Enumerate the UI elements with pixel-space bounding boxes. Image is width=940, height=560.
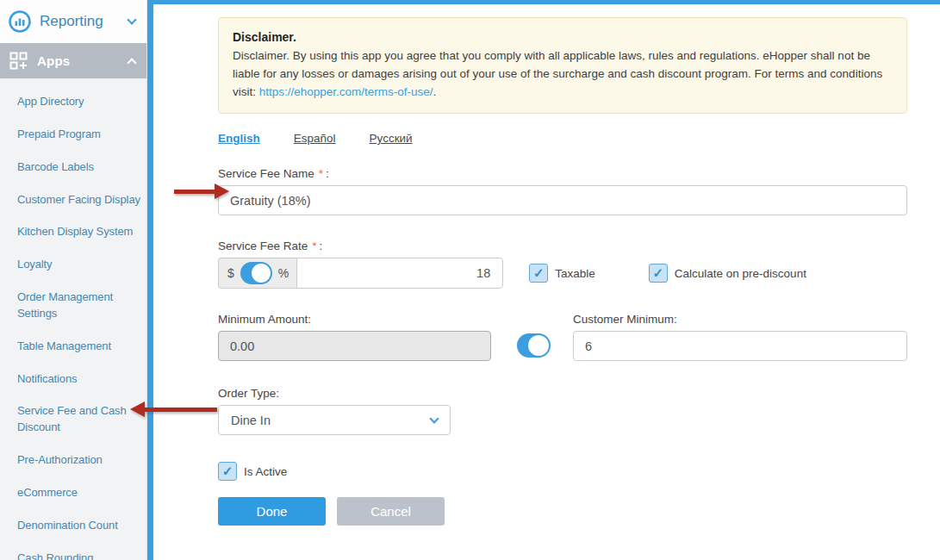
sidebar-item-service-fee-and-cash-discount[interactable]: Service Fee and Cash Discount xyxy=(0,394,146,443)
chevron-down-icon xyxy=(127,15,136,24)
language-switcher: English Español Русский xyxy=(218,132,907,145)
is-active-row: ✓ Is Active xyxy=(218,462,907,481)
sidebar-item-table-management[interactable]: Table Management xyxy=(0,329,146,362)
toggle-knob xyxy=(528,335,549,356)
language-link-english[interactable]: English xyxy=(218,132,260,145)
service-fee-rate-row: $ % ✓ Taxable ✓ Calculate on pre-discoun… xyxy=(218,258,907,289)
dollar-percent-toggle[interactable] xyxy=(240,262,272,284)
sidebar-item-notifications[interactable]: Notifications xyxy=(0,362,146,395)
service-fee-rate-input[interactable] xyxy=(296,258,503,289)
sidebar-item-denomination-count[interactable]: Denomination Count xyxy=(0,508,146,541)
rate-unit-group: $ % xyxy=(218,258,296,289)
language-link-russian[interactable]: Русский xyxy=(370,132,413,145)
sidebar-item-kitchen-display-system[interactable]: Kitchen Display System xyxy=(0,215,146,247)
sidebar-item-ecommerce[interactable]: eCommerce xyxy=(0,476,146,508)
annotation-arrow-to-service-fee-item xyxy=(130,401,217,418)
check-icon: ✓ xyxy=(222,464,233,479)
customer-minimum-label: Customer Minimum: xyxy=(573,313,907,326)
bar-chart-circle-icon xyxy=(8,9,32,34)
sidebar-item-customer-facing-display[interactable]: Customer Facing Display xyxy=(0,183,146,215)
dollar-unit-label[interactable]: $ xyxy=(227,266,234,280)
sidebar-nav: App Directory Prepaid Program Barcode La… xyxy=(0,78,146,560)
minimum-amount-label: Minimum Amount: xyxy=(218,313,491,326)
disclaimer-text-suffix: . xyxy=(433,85,437,98)
main-content: Disclaimer. Disclaimer. By using this ap… xyxy=(218,0,907,526)
sidebar-item-pre-authorization[interactable]: Pre-Authorization xyxy=(0,443,146,476)
language-link-espanol[interactable]: Español xyxy=(294,132,336,145)
sidebar-item-loyalty[interactable]: Loyalty xyxy=(0,247,146,280)
order-type-select[interactable]: Dine In xyxy=(218,405,451,435)
form-actions: Done Cancel xyxy=(218,497,907,526)
sidebar-item-cash-rounding[interactable]: Cash Rounding xyxy=(0,541,146,560)
minimum-row: Minimum Amount: Customer Minimum: xyxy=(218,313,907,361)
service-fee-rate-label: Service Fee Rate*: xyxy=(218,240,907,252)
service-fee-name-label: Service Fee Name*: xyxy=(218,167,907,180)
disclaimer-box: Disclaimer. Disclaimer. By using this ap… xyxy=(218,17,907,114)
check-icon: ✓ xyxy=(653,265,664,281)
check-icon: ✓ xyxy=(533,265,545,281)
sidebar-item-prepaid-program[interactable]: Prepaid Program xyxy=(0,117,146,150)
sidebar-item-barcode-labels[interactable]: Barcode Labels xyxy=(0,150,146,183)
sidebar-reporting-label: Reporting xyxy=(40,13,128,30)
sidebar: Reporting Apps App Directory Prepaid Pro… xyxy=(0,0,147,560)
taxable-checkbox[interactable]: ✓ xyxy=(529,264,548,283)
annotation-arrow-to-name-input xyxy=(174,184,229,200)
sidebar-section-reporting[interactable]: Reporting xyxy=(0,0,146,43)
done-button[interactable]: Done xyxy=(218,497,326,526)
percent-unit-label[interactable]: % xyxy=(278,266,289,280)
sidebar-apps-label: Apps xyxy=(37,53,128,68)
disclaimer-title: Disclaimer. xyxy=(233,28,893,47)
minimum-amount-column: Minimum Amount: xyxy=(218,313,491,361)
toggle-knob xyxy=(252,264,271,283)
grid-plus-icon xyxy=(9,52,28,70)
cancel-button[interactable]: Cancel xyxy=(337,497,445,526)
sidebar-item-app-directory[interactable]: App Directory xyxy=(0,84,146,117)
required-asterisk: * xyxy=(319,167,323,180)
sidebar-section-apps[interactable]: Apps xyxy=(0,43,146,78)
chevron-up-icon xyxy=(127,58,136,67)
pre-discount-label: Calculate on pre-discount xyxy=(675,267,806,280)
taxable-checkbox-row[interactable]: ✓ Taxable xyxy=(529,264,595,283)
sidebar-accent-bar xyxy=(147,0,153,560)
taxable-label: Taxable xyxy=(555,267,595,280)
service-fee-name-input[interactable] xyxy=(218,185,907,215)
chevron-down-icon xyxy=(429,414,439,423)
order-type-label: Order Type: xyxy=(218,387,907,400)
minimum-toggle-column xyxy=(491,313,573,361)
customer-minimum-input[interactable] xyxy=(573,331,907,361)
minimum-amount-toggle[interactable] xyxy=(517,333,551,358)
is-active-checkbox[interactable]: ✓ xyxy=(218,462,237,481)
pre-discount-checkbox-row[interactable]: ✓ Calculate on pre-discount xyxy=(649,264,806,283)
terms-of-use-link[interactable]: https://ehopper.com/terms-of-use/ xyxy=(259,85,433,98)
service-fee-settings-screen: Reporting Apps App Directory Prepaid Pro… xyxy=(0,0,940,560)
is-active-checkbox-row[interactable]: ✓ Is Active xyxy=(218,462,907,481)
minimum-amount-input xyxy=(218,331,491,361)
sidebar-item-order-management-settings[interactable]: Order Management Settings xyxy=(0,280,146,329)
pre-discount-checkbox[interactable]: ✓ xyxy=(649,264,668,283)
is-active-label: Is Active xyxy=(244,465,287,478)
order-type-value: Dine In xyxy=(231,414,271,427)
required-asterisk: * xyxy=(312,240,316,252)
customer-minimum-column: Customer Minimum: xyxy=(573,313,907,361)
